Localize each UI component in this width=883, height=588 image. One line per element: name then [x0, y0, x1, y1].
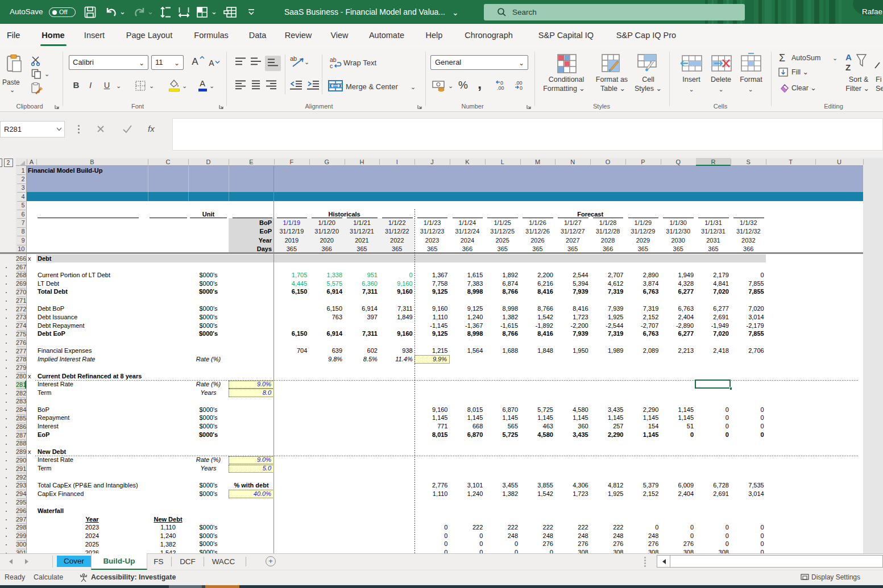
svg-text:ab: ab	[290, 55, 297, 62]
svg-text:0: 0	[520, 85, 523, 91]
svg-text:.00: .00	[497, 85, 504, 91]
svg-text:Z: Z	[845, 62, 851, 72]
svg-text:A: A	[845, 52, 852, 62]
svg-text:c: c	[330, 62, 333, 69]
